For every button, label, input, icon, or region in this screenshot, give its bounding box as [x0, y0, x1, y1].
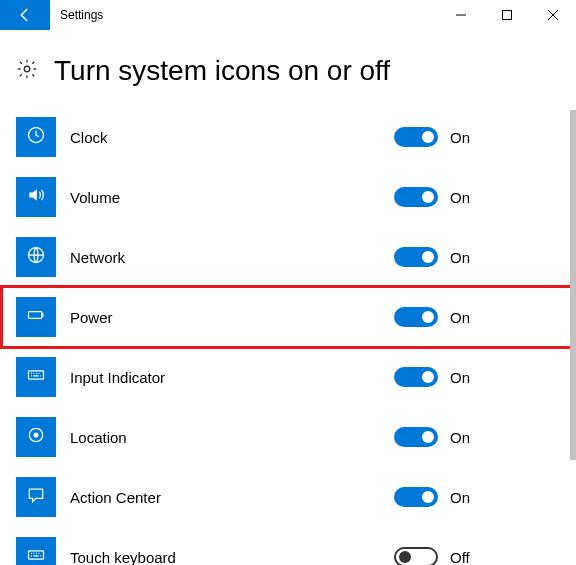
row-volume: VolumeOn: [16, 167, 560, 227]
battery-icon: [26, 305, 46, 329]
volume-icon-box: [16, 177, 56, 217]
volume-icon: [26, 185, 46, 209]
toggle-clock[interactable]: [394, 127, 438, 147]
label-volume: Volume: [70, 189, 394, 206]
label-clock: Clock: [70, 129, 394, 146]
scrollbar[interactable]: [570, 30, 576, 565]
keyboard-icon: [26, 365, 46, 389]
page-title: Turn system icons on or off: [54, 55, 390, 87]
toggle-volume[interactable]: [394, 187, 438, 207]
row-clock: ClockOn: [16, 107, 560, 167]
state-label-power: On: [450, 309, 480, 326]
globe-icon: [26, 245, 46, 269]
battery-icon-box: [16, 297, 56, 337]
keyboard-icon: [26, 545, 46, 565]
label-location: Location: [70, 429, 394, 446]
clock-icon: [26, 125, 46, 149]
toggle-knob: [422, 131, 434, 143]
toggle-action-center[interactable]: [394, 487, 438, 507]
toggle-knob: [399, 551, 411, 563]
row-power: PowerOn: [2, 287, 576, 347]
keyboard-icon-box: [16, 537, 56, 565]
window-controls: [438, 0, 576, 30]
toggle-wrap-clock: On: [394, 127, 480, 147]
label-action-center: Action Center: [70, 489, 394, 506]
close-button[interactable]: [530, 0, 576, 30]
toggle-wrap-power: On: [394, 307, 480, 327]
minimize-icon: [456, 10, 466, 20]
state-label-action-center: On: [450, 489, 480, 506]
toggle-wrap-network: On: [394, 247, 480, 267]
svg-rect-9: [29, 371, 44, 379]
toggle-power[interactable]: [394, 307, 438, 327]
toggle-location[interactable]: [394, 427, 438, 447]
row-network: NetworkOn: [16, 227, 560, 287]
svg-rect-1: [503, 11, 512, 20]
label-touch-keyboard: Touch keyboard: [70, 549, 394, 566]
maximize-button[interactable]: [484, 0, 530, 30]
toggle-wrap-touch-keyboard: Off: [394, 547, 480, 565]
page-header: Turn system icons on or off: [0, 30, 576, 107]
state-label-network: On: [450, 249, 480, 266]
target-icon: [26, 425, 46, 449]
svg-rect-8: [42, 313, 44, 316]
svg-point-4: [24, 66, 30, 72]
svg-rect-12: [29, 551, 44, 559]
scrollbar-thumb[interactable]: [570, 110, 576, 460]
toggle-wrap-input-indicator: On: [394, 367, 480, 387]
target-icon-box: [16, 417, 56, 457]
label-network: Network: [70, 249, 394, 266]
globe-icon-box: [16, 237, 56, 277]
label-input-indicator: Input Indicator: [70, 369, 394, 386]
toggle-input-indicator[interactable]: [394, 367, 438, 387]
arrow-left-icon: [16, 6, 34, 24]
toggle-wrap-action-center: On: [394, 487, 480, 507]
state-label-volume: On: [450, 189, 480, 206]
titlebar: Settings: [0, 0, 576, 30]
row-input-indicator: Input IndicatorOn: [16, 347, 560, 407]
state-label-clock: On: [450, 129, 480, 146]
back-button[interactable]: [0, 0, 50, 30]
toggle-wrap-location: On: [394, 427, 480, 447]
svg-rect-7: [29, 312, 42, 319]
label-power: Power: [70, 309, 394, 326]
toggle-knob: [422, 431, 434, 443]
maximize-icon: [502, 10, 512, 20]
toggle-knob: [422, 191, 434, 203]
clock-icon-box: [16, 117, 56, 157]
row-touch-keyboard: Touch keyboardOff: [16, 527, 560, 565]
state-label-touch-keyboard: Off: [450, 549, 480, 566]
toggle-knob: [422, 491, 434, 503]
toggle-network[interactable]: [394, 247, 438, 267]
state-label-location: On: [450, 429, 480, 446]
row-action-center: Action CenterOn: [16, 467, 560, 527]
close-icon: [548, 10, 558, 20]
row-location: LocationOn: [16, 407, 560, 467]
toggle-knob: [422, 311, 434, 323]
keyboard-icon-box: [16, 357, 56, 397]
toggle-knob: [422, 371, 434, 383]
message-icon: [26, 485, 46, 509]
state-label-input-indicator: On: [450, 369, 480, 386]
system-icons-list: ClockOnVolumeOnNetworkOnPowerOnInput Ind…: [0, 107, 576, 565]
message-icon-box: [16, 477, 56, 517]
window-title: Settings: [50, 0, 438, 30]
minimize-button[interactable]: [438, 0, 484, 30]
toggle-wrap-volume: On: [394, 187, 480, 207]
svg-point-11: [34, 433, 39, 438]
gear-icon: [16, 58, 38, 84]
toggle-touch-keyboard[interactable]: [394, 547, 438, 565]
toggle-knob: [422, 251, 434, 263]
